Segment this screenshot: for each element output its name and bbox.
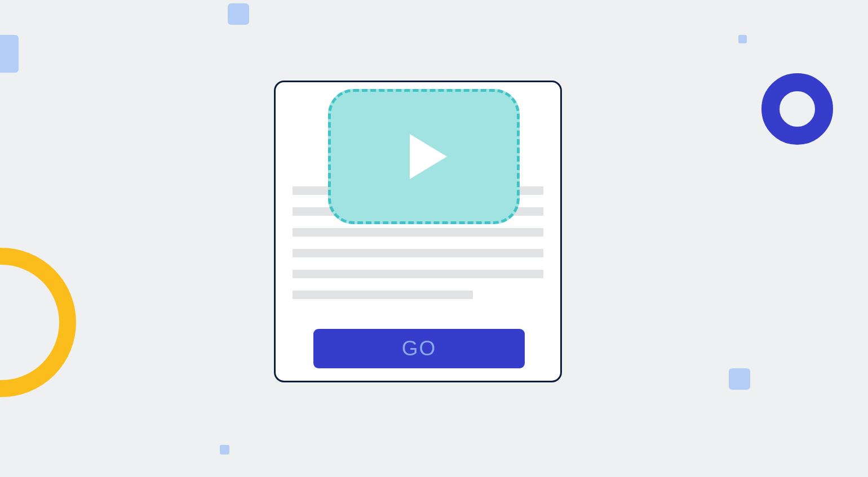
video-placeholder[interactable] xyxy=(328,89,520,224)
deco-square xyxy=(738,35,747,43)
content-card: GO xyxy=(274,81,562,382)
deco-square xyxy=(220,445,229,454)
text-line xyxy=(293,291,473,299)
text-line xyxy=(293,249,543,257)
text-line xyxy=(293,228,543,237)
deco-square xyxy=(0,35,19,73)
play-icon xyxy=(410,134,447,179)
deco-ring-blue xyxy=(761,73,833,145)
deco-square xyxy=(729,368,750,390)
go-button-label: GO xyxy=(402,337,437,360)
deco-square xyxy=(228,3,249,25)
deco-ring-yellow xyxy=(0,248,76,397)
go-button[interactable]: GO xyxy=(313,329,525,368)
text-line xyxy=(293,270,543,278)
